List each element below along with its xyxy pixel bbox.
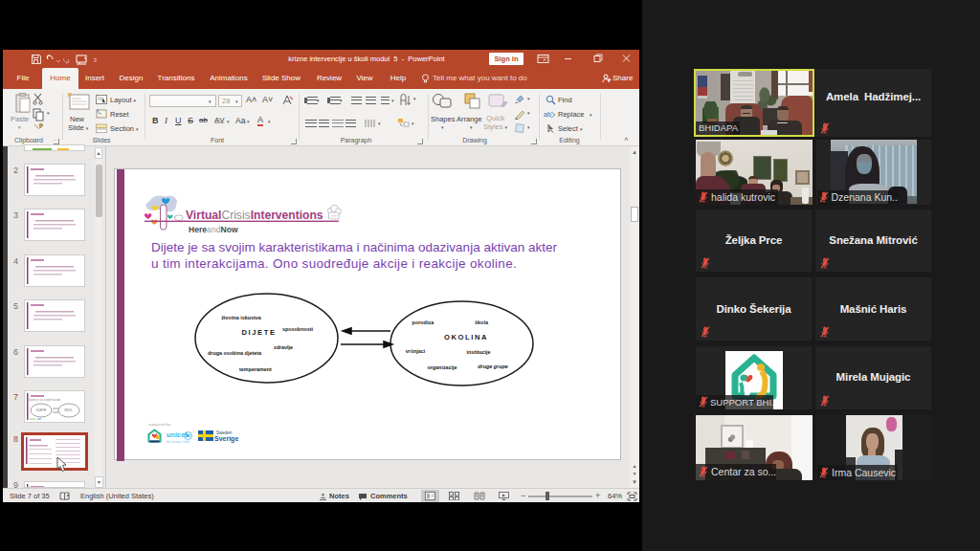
svg-text:druga osobina djeteta: druga osobina djeteta [208, 350, 262, 356]
svg-text:druge grupe: druge grupe [478, 364, 507, 369]
svg-text:temperament: temperament [239, 366, 272, 372]
svg-text:VirtualCrisisInterventions: VirtualCrisisInterventions [186, 209, 323, 222]
svg-text:sposobnosti: sposobnosti [282, 326, 314, 332]
svg-text:škola: škola [475, 320, 489, 325]
svg-text:životna iskustva: životna iskustva [221, 315, 262, 320]
svg-text:ab: ab [544, 111, 551, 118]
svg-text:Dijete je sa svojim karakt.: Dijete je sa svojim karakt. [29, 398, 61, 402]
svg-text:porodica: porodica [412, 320, 435, 325]
svg-text:HereandNow: HereandNow [189, 225, 238, 234]
svg-text:vršnjaci: vršnjaci [406, 348, 426, 354]
svg-text:institucije: institucije [466, 349, 490, 355]
svg-text:organizacije: organizacije [427, 364, 457, 370]
svg-text:zdravlje: zdravlje [274, 344, 293, 350]
svg-text:DIJETE: DIJETE [36, 408, 46, 412]
svg-text:OKOL.: OKOL. [64, 408, 73, 412]
svg-text:DIJETE: DIJETE [241, 328, 276, 337]
svg-text:OKOLINA: OKOLINA [444, 333, 488, 342]
